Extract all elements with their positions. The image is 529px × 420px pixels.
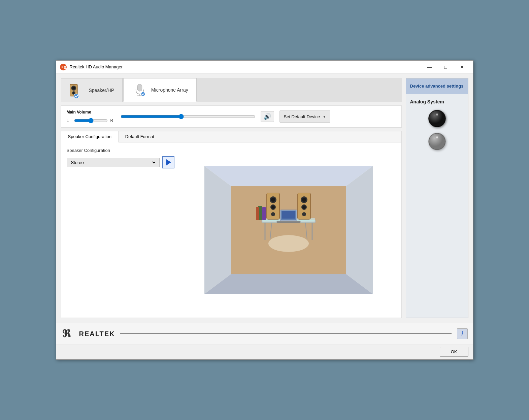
svg-rect-39 [282,211,295,219]
dropdown-row: Stereo Quadraphonic 5.1 Surround 7.1 Sur… [67,156,174,168]
config-tab-speaker-label: Speaker Configuration [68,134,111,139]
device-advanced-settings-header[interactable]: Device advanced settings [406,78,468,94]
set-default-label: Set Default Device [284,114,320,119]
window-title: Realtek HD Audio Manager [70,64,422,69]
svg-marker-13 [204,166,373,186]
svg-point-12 [141,92,145,96]
svg-point-47 [436,136,438,138]
svg-text:ℜ: ℜ [62,328,71,339]
tab-speaker-label: Speaker/HP [89,88,114,93]
tab-microphone[interactable]: Microphone Array [123,78,197,102]
room-svg [204,163,373,297]
svg-point-33 [302,198,306,202]
svg-point-29 [271,205,275,209]
svg-point-27 [271,198,275,202]
svg-rect-9 [137,84,142,91]
room-visualization [181,148,396,312]
speaker-config-panel: Speaker Configuration Stereo Quadraphoni… [67,148,174,312]
balance-row: L R [67,118,115,123]
play-button[interactable] [162,156,174,168]
svg-point-44 [429,110,445,127]
config-label: Speaker Configuration [67,148,174,153]
minimize-button[interactable]: — [422,62,437,72]
info-button[interactable]: i [457,328,468,339]
svg-rect-42 [262,207,266,220]
svg-text:)): )) [64,66,66,69]
config-content: Speaker Configuration Stereo Quadraphoni… [61,142,401,318]
svg-rect-43 [256,207,259,220]
main-content: Speaker/HP [56,73,473,323]
realtek-logo-icon: ℜ [62,326,76,341]
microphone-icon [132,82,148,98]
svg-marker-14 [204,166,231,294]
svg-point-36 [302,212,306,216]
ok-row: OK [56,345,473,359]
left-label: L [67,118,71,123]
play-icon [166,159,171,165]
app-window: )) Realtek HD Audio Manager — □ ✕ [56,60,473,360]
svg-marker-15 [346,166,373,294]
mute-button[interactable]: 🔊 [261,111,274,122]
window-controls: — □ ✕ [422,62,470,72]
config-tab-speaker[interactable]: Speaker Configuration [61,131,119,142]
brand-name: REALTEK [79,330,115,338]
volume-section: Main Volume L R 🔊 Set Default Device ▼ [61,105,402,128]
balance-slider[interactable] [74,118,108,123]
svg-point-46 [429,133,445,150]
speaker-icon [69,82,86,98]
speaker-config-dropdown[interactable]: Stereo Quadraphonic 5.1 Surround 7.1 Sur… [70,160,157,165]
config-tab-default-format[interactable]: Default Format [119,131,161,142]
tab-speaker[interactable]: Speaker/HP [61,78,123,102]
footer: ℜ REALTEK i [56,323,473,345]
svg-point-8 [74,94,78,98]
svg-point-17 [268,235,309,252]
set-default-button[interactable]: Set Default Device ▼ [279,110,331,123]
ok-button[interactable]: OK [440,347,468,357]
maximize-button[interactable]: □ [438,62,454,72]
close-button[interactable]: ✕ [454,62,470,72]
svg-point-45 [436,114,438,116]
svg-rect-40 [277,221,300,223]
titlebar: )) Realtek HD Audio Manager — □ ✕ [56,61,473,73]
app-icon: )) [60,63,67,71]
svg-point-30 [271,212,275,216]
left-panel: Speaker/HP [61,78,402,318]
svg-point-35 [302,205,306,209]
tab-microphone-label: Microphone Array [151,87,188,93]
analog-system-title: Analog System [406,94,468,107]
config-section: Speaker Configuration Default Format Spe… [61,131,402,318]
device-tabs: Speaker/HP [61,78,402,102]
config-tabs: Speaker Configuration Default Format [61,131,401,142]
dropdown-arrow-icon: ▼ [323,115,326,119]
config-tab-default-format-label: Default Format [125,134,154,139]
dropdown-container: Stereo Quadraphonic 5.1 Surround 7.1 Sur… [67,158,160,167]
volume-slider[interactable] [121,114,255,119]
realtek-logo: ℜ REALTEK [62,326,115,341]
svg-marker-16 [231,186,346,274]
analog-knob-2[interactable] [428,133,446,150]
right-label: R [110,118,115,123]
analog-knob-1[interactable] [428,110,446,127]
volume-controls: Main Volume L R [67,110,115,123]
svg-marker-18 [204,274,373,294]
footer-divider-line [120,333,451,334]
mute-icon: 🔊 [264,113,271,120]
svg-point-5 [72,87,75,89]
right-panel: Device advanced settings Analog System [406,78,468,318]
svg-point-7 [73,92,74,94]
volume-label: Main Volume [67,110,115,115]
